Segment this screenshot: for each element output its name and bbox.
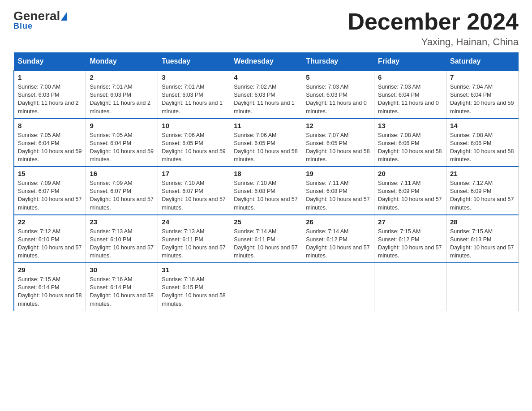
calendar-week-row: 29Sunrise: 7:15 AMSunset: 6:14 PMDayligh… [14, 263, 519, 311]
day-number: 6 [378, 73, 442, 81]
calendar-cell: 24Sunrise: 7:13 AMSunset: 6:11 PMDayligh… [158, 215, 230, 263]
calendar-cell: 2Sunrise: 7:01 AMSunset: 6:03 PMDaylight… [86, 70, 158, 119]
day-number: 10 [162, 122, 226, 129]
day-number: 24 [162, 218, 226, 226]
day-number: 3 [162, 73, 226, 81]
day-number: 14 [450, 122, 515, 129]
day-number: 27 [378, 218, 442, 226]
day-info: Sunrise: 7:02 AMSunset: 6:03 PMDaylight:… [234, 83, 298, 116]
calendar-cell: 4Sunrise: 7:02 AMSunset: 6:03 PMDaylight… [230, 70, 302, 119]
day-number: 18 [234, 170, 298, 177]
weekday-header-row: SundayMondayTuesdayWednesdayThursdayFrid… [14, 53, 519, 71]
day-info: Sunrise: 7:09 AMSunset: 6:07 PMDaylight:… [18, 179, 82, 212]
day-number: 15 [18, 170, 82, 177]
calendar-cell: 15Sunrise: 7:09 AMSunset: 6:07 PMDayligh… [14, 167, 86, 215]
day-info: Sunrise: 7:06 AMSunset: 6:05 PMDaylight:… [162, 131, 226, 164]
day-number: 7 [450, 73, 515, 81]
logo-blue: Blue [13, 21, 33, 31]
weekday-header-tuesday: Tuesday [158, 53, 230, 71]
day-info: Sunrise: 7:10 AMSunset: 6:08 PMDaylight:… [234, 179, 298, 212]
day-number: 13 [378, 122, 442, 129]
calendar-cell: 16Sunrise: 7:09 AMSunset: 6:07 PMDayligh… [86, 167, 158, 215]
calendar-cell: 8Sunrise: 7:05 AMSunset: 6:04 PMDaylight… [14, 119, 86, 167]
calendar-cell: 30Sunrise: 7:16 AMSunset: 6:14 PMDayligh… [86, 263, 158, 311]
calendar-week-row: 1Sunrise: 7:00 AMSunset: 6:03 PMDaylight… [14, 70, 519, 119]
calendar-cell: 23Sunrise: 7:13 AMSunset: 6:10 PMDayligh… [86, 215, 158, 263]
calendar-cell: 6Sunrise: 7:03 AMSunset: 6:04 PMDaylight… [374, 70, 446, 119]
calendar-week-row: 15Sunrise: 7:09 AMSunset: 6:07 PMDayligh… [14, 167, 519, 215]
day-number: 21 [450, 170, 515, 177]
calendar-body: 1Sunrise: 7:00 AMSunset: 6:03 PMDaylight… [14, 70, 519, 311]
calendar-cell: 21Sunrise: 7:12 AMSunset: 6:09 PMDayligh… [446, 167, 519, 215]
day-info: Sunrise: 7:07 AMSunset: 6:05 PMDaylight:… [306, 131, 370, 164]
day-number: 19 [306, 170, 370, 177]
day-info: Sunrise: 7:03 AMSunset: 6:03 PMDaylight:… [306, 83, 370, 116]
day-info: Sunrise: 7:15 AMSunset: 6:12 PMDaylight:… [378, 227, 442, 260]
day-number: 31 [162, 266, 226, 274]
day-info: Sunrise: 7:08 AMSunset: 6:06 PMDaylight:… [378, 131, 442, 164]
weekday-header-saturday: Saturday [446, 53, 519, 71]
calendar-cell: 11Sunrise: 7:06 AMSunset: 6:05 PMDayligh… [230, 119, 302, 167]
day-info: Sunrise: 7:13 AMSunset: 6:10 PMDaylight:… [90, 227, 154, 260]
day-number: 23 [90, 218, 154, 226]
calendar-cell: 14Sunrise: 7:08 AMSunset: 6:06 PMDayligh… [446, 119, 519, 167]
day-info: Sunrise: 7:08 AMSunset: 6:06 PMDaylight:… [450, 131, 515, 164]
calendar-cell: 25Sunrise: 7:14 AMSunset: 6:11 PMDayligh… [230, 215, 302, 263]
day-info: Sunrise: 7:10 AMSunset: 6:07 PMDaylight:… [162, 179, 226, 212]
day-info: Sunrise: 7:12 AMSunset: 6:10 PMDaylight:… [18, 227, 82, 260]
calendar-cell: 20Sunrise: 7:11 AMSunset: 6:09 PMDayligh… [374, 167, 446, 215]
calendar-cell [374, 263, 446, 311]
calendar-cell [230, 263, 302, 311]
calendar-cell: 19Sunrise: 7:11 AMSunset: 6:08 PMDayligh… [302, 167, 374, 215]
day-info: Sunrise: 7:16 AMSunset: 6:15 PMDaylight:… [162, 275, 226, 308]
day-number: 22 [18, 218, 82, 226]
calendar-header: SundayMondayTuesdayWednesdayThursdayFrid… [14, 53, 519, 71]
day-number: 30 [90, 266, 154, 274]
calendar-week-row: 8Sunrise: 7:05 AMSunset: 6:04 PMDaylight… [14, 119, 519, 167]
title-block: December 2024 Yaxing, Hainan, China [348, 9, 519, 48]
day-number: 8 [18, 122, 82, 129]
calendar-cell: 10Sunrise: 7:06 AMSunset: 6:05 PMDayligh… [158, 119, 230, 167]
day-info: Sunrise: 7:12 AMSunset: 6:09 PMDaylight:… [450, 179, 515, 212]
day-info: Sunrise: 7:09 AMSunset: 6:07 PMDaylight:… [90, 179, 154, 212]
day-info: Sunrise: 7:14 AMSunset: 6:12 PMDaylight:… [306, 227, 370, 260]
calendar-cell: 1Sunrise: 7:00 AMSunset: 6:03 PMDaylight… [14, 70, 86, 119]
calendar-cell: 18Sunrise: 7:10 AMSunset: 6:08 PMDayligh… [230, 167, 302, 215]
day-info: Sunrise: 7:01 AMSunset: 6:03 PMDaylight:… [90, 83, 154, 116]
weekday-header-wednesday: Wednesday [230, 53, 302, 71]
calendar-cell: 9Sunrise: 7:05 AMSunset: 6:04 PMDaylight… [86, 119, 158, 167]
day-number: 2 [90, 73, 154, 81]
calendar-week-row: 22Sunrise: 7:12 AMSunset: 6:10 PMDayligh… [14, 215, 519, 263]
day-number: 11 [234, 122, 298, 129]
day-info: Sunrise: 7:15 AMSunset: 6:13 PMDaylight:… [450, 227, 515, 260]
day-number: 28 [450, 218, 515, 226]
day-number: 9 [90, 122, 154, 129]
day-info: Sunrise: 7:05 AMSunset: 6:04 PMDaylight:… [18, 131, 82, 164]
calendar-cell [302, 263, 374, 311]
calendar-cell: 31Sunrise: 7:16 AMSunset: 6:15 PMDayligh… [158, 263, 230, 311]
calendar-cell: 17Sunrise: 7:10 AMSunset: 6:07 PMDayligh… [158, 167, 230, 215]
day-info: Sunrise: 7:13 AMSunset: 6:11 PMDaylight:… [162, 227, 226, 260]
calendar-cell: 22Sunrise: 7:12 AMSunset: 6:10 PMDayligh… [14, 215, 86, 263]
day-number: 4 [234, 73, 298, 81]
logo-triangle-icon [61, 12, 67, 21]
calendar-cell: 29Sunrise: 7:15 AMSunset: 6:14 PMDayligh… [14, 263, 86, 311]
day-info: Sunrise: 7:01 AMSunset: 6:03 PMDaylight:… [162, 83, 226, 116]
location: Yaxing, Hainan, China [348, 36, 519, 48]
day-info: Sunrise: 7:05 AMSunset: 6:04 PMDaylight:… [90, 131, 154, 164]
weekday-header-sunday: Sunday [14, 53, 86, 71]
calendar-cell: 28Sunrise: 7:15 AMSunset: 6:13 PMDayligh… [446, 215, 519, 263]
day-number: 29 [18, 266, 82, 274]
calendar-cell [446, 263, 519, 311]
day-number: 20 [378, 170, 442, 177]
day-number: 1 [18, 73, 82, 81]
weekday-header-monday: Monday [86, 53, 158, 71]
day-number: 26 [306, 218, 370, 226]
calendar-cell: 3Sunrise: 7:01 AMSunset: 6:03 PMDaylight… [158, 70, 230, 119]
day-info: Sunrise: 7:00 AMSunset: 6:03 PMDaylight:… [18, 83, 82, 116]
day-info: Sunrise: 7:11 AMSunset: 6:09 PMDaylight:… [378, 179, 442, 212]
page-header: General Blue December 2024 Yaxing, Haina… [13, 9, 519, 48]
day-info: Sunrise: 7:11 AMSunset: 6:08 PMDaylight:… [306, 179, 370, 212]
day-number: 16 [90, 170, 154, 177]
day-info: Sunrise: 7:03 AMSunset: 6:04 PMDaylight:… [378, 83, 442, 116]
